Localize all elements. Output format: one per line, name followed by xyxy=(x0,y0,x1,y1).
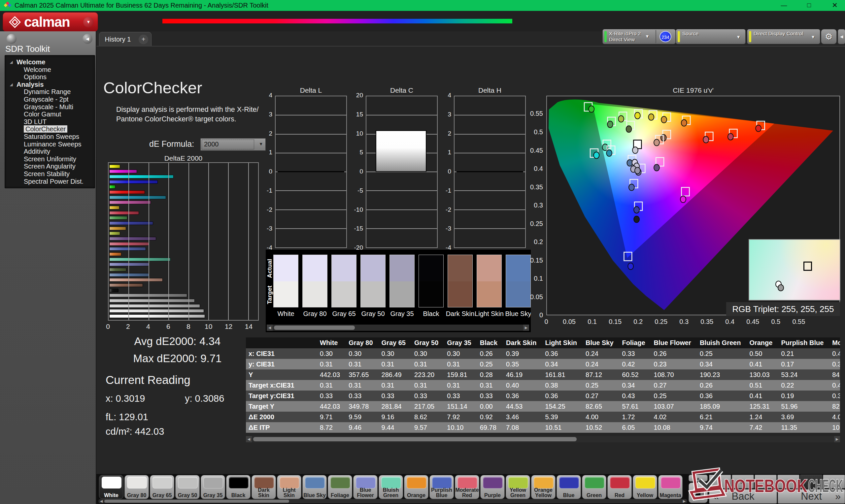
patch-tile-white[interactable]: White xyxy=(99,475,123,499)
scroll-right-icon[interactable]: ▶ xyxy=(834,436,840,442)
patch-tile-yellow-green[interactable]: Yellow Green xyxy=(506,475,530,499)
gridline xyxy=(276,190,346,191)
patch-tile-dark-skin[interactable]: Dark Skin xyxy=(251,475,276,499)
close-icon[interactable]: ✕ xyxy=(829,0,840,10)
patch-tile-blue-flower[interactable]: Blue Flower xyxy=(353,475,377,499)
patch-scrollbar[interactable]: ◀ ▶ xyxy=(99,499,687,503)
add-tab-button[interactable]: + xyxy=(136,32,152,47)
scroll-left-icon[interactable]: ◀ xyxy=(99,499,104,503)
scrollbar-thumb[interactable] xyxy=(274,326,355,330)
maximize-icon[interactable]: □ xyxy=(804,0,815,10)
display-pattern-button[interactable]: ■ xyxy=(709,475,731,488)
scrollbar-thumb[interactable] xyxy=(104,500,289,503)
chevron-down-icon[interactable]: ▼ xyxy=(811,34,815,40)
scroll-left-icon[interactable]: ◀ xyxy=(246,436,252,442)
sidebar-item-saturation-sweeps[interactable]: Saturation Sweeps xyxy=(5,133,95,141)
patch-tile-foliage[interactable]: Foliage xyxy=(328,475,352,499)
refresh-button[interactable]: ↻ xyxy=(800,475,822,488)
de2000-bar-dark-skin xyxy=(109,283,143,287)
meter-dropdown[interactable]: X-Rite i1Pro 2 Direct View ▼ 234 xyxy=(602,29,676,44)
sidebar-item-dynamic-range[interactable]: Dynamic Range xyxy=(5,88,95,96)
collapse-up-icon[interactable]: ▲ xyxy=(689,475,708,482)
table-cell: 0.34 xyxy=(542,359,583,370)
tree-expander-icon[interactable]: ◢ xyxy=(10,81,13,88)
chevron-down-icon[interactable]: ▼ xyxy=(645,34,650,39)
sidebar-item-welcome[interactable]: ◢Welcome xyxy=(5,58,95,66)
scrollbar-thumb[interactable] xyxy=(253,437,577,441)
table-cell: 0.31 xyxy=(379,359,411,370)
panel-collapse-icon[interactable]: ◀ xyxy=(838,29,845,44)
table-row-e-itp: ΔE ITP8.729.469.449.5710.1069.787.0810.5… xyxy=(246,422,840,433)
sidebar-item-options[interactable]: Options xyxy=(5,73,95,81)
patch-tile-orange-yellow[interactable]: Orange Yellow xyxy=(531,475,556,499)
patch-tile-black[interactable]: Black xyxy=(226,475,250,499)
play-button[interactable]: ▶ xyxy=(732,475,754,488)
sidebar-item-luminance-sweeps[interactable]: Luminance Sweeps xyxy=(5,141,95,148)
patch-tile-yellow[interactable]: Yellow xyxy=(633,475,657,499)
patch-tile-gray-65[interactable]: Gray 65 xyxy=(150,475,174,499)
patch-tile-blue-sky[interactable]: Blue Sky xyxy=(302,475,327,499)
patch-tile-green[interactable]: Green xyxy=(582,475,606,499)
patch-tile-gray-35[interactable]: Gray 35 xyxy=(201,475,225,499)
inset-measured-marker xyxy=(778,284,784,291)
display-control-dropdown[interactable]: Direct Display Control ▼ xyxy=(747,29,820,44)
patch-tile-gray-80[interactable]: Gray 80 xyxy=(124,475,149,499)
record-button[interactable]: ○ xyxy=(823,475,845,488)
sidebar-item-screen-stability[interactable]: Screen Stability xyxy=(5,170,95,178)
sidebar-item-label: ColorChecker xyxy=(24,125,67,132)
sidebar-item-analysis[interactable]: ◢Analysis xyxy=(5,81,95,88)
scroll-right-icon[interactable]: ▶ xyxy=(523,325,529,331)
table-cell: 103.07 xyxy=(651,401,697,412)
target-swatch xyxy=(331,281,356,307)
sidebar-item-3d-lut[interactable]: 3D LUT xyxy=(5,118,95,126)
patch-tile-magenta[interactable]: Magenta xyxy=(658,475,683,499)
calman-logo-button[interactable]: calman ▼ xyxy=(3,12,98,32)
sidebar-item-grayscale-multi[interactable]: Grayscale - Multi xyxy=(5,103,95,111)
patch-tile-red[interactable]: Red xyxy=(608,475,632,499)
patch-tile-gray-50[interactable]: Gray 50 xyxy=(175,475,200,499)
tree-expander-icon[interactable]: ◢ xyxy=(10,58,13,66)
sidebar-item-label: Grayscale - Multi xyxy=(24,103,73,110)
chevron-down-icon[interactable]: ▼ xyxy=(736,34,741,40)
tab-history-1[interactable]: History 1 xyxy=(99,32,137,47)
minimize-icon[interactable]: — xyxy=(778,0,790,10)
sidebar-item-additivity[interactable]: Additivity xyxy=(5,148,95,155)
plus-icon[interactable]: + xyxy=(139,35,148,44)
patch-tile-moderate-red[interactable]: Moderate Red xyxy=(455,475,479,499)
patch-tile-light-skin[interactable]: Light Skin xyxy=(277,475,301,499)
pause-button[interactable]: ‖ xyxy=(755,475,777,488)
meter-count-badge[interactable]: 234 xyxy=(659,31,671,42)
sidebar-item-screen-uniformity[interactable]: Screen Uniformity xyxy=(5,155,95,163)
sidebar-item-grayscale-2pt[interactable]: Grayscale - 2pt xyxy=(5,96,95,103)
sidebar-collapse-icon[interactable]: ◀ xyxy=(83,34,92,44)
compare-scrollbar[interactable]: ◀ ▶ xyxy=(267,325,529,331)
source-dropdown[interactable]: Source ▼ xyxy=(676,29,746,44)
table-cell: 0.30 xyxy=(829,359,840,370)
gear-icon[interactable]: ⚙ xyxy=(821,29,837,44)
table-scrollbar[interactable]: ◀ ▶ xyxy=(246,436,840,442)
sidebar-item-color-gamut[interactable]: Color Gamut xyxy=(5,110,95,118)
patch-tile-orange[interactable]: Orange xyxy=(404,475,428,499)
sidebar-item-spectral-power-dist[interactable]: Spectral Power Dist. xyxy=(5,178,95,185)
actual-swatch xyxy=(360,255,386,281)
back-button[interactable]: « Back xyxy=(709,489,777,504)
sidebar-item-screen-angularity[interactable]: Screen Angularity xyxy=(5,163,95,170)
next-button[interactable]: Next » xyxy=(778,489,845,504)
table-row-e-2000: ΔE 20009.719.599.168.627.920.923.465.394… xyxy=(246,412,840,422)
scroll-left-icon[interactable]: ◀ xyxy=(267,325,272,331)
stop-button[interactable] xyxy=(689,483,708,503)
logo-dropdown-icon[interactable]: ▼ xyxy=(83,17,94,28)
sidebar-item-welcome[interactable]: Welcome xyxy=(5,66,95,74)
loop-button[interactable]: ∞ xyxy=(777,475,799,488)
sidebar-item-colorchecker[interactable]: ColorChecker xyxy=(5,125,95,133)
sidebar-status-ball-icon[interactable] xyxy=(6,34,17,44)
axis-tick-label: -3 xyxy=(259,225,272,232)
scroll-right-icon[interactable]: ▶ xyxy=(681,499,687,503)
patch-tile-purple[interactable]: Purple xyxy=(480,475,505,499)
axis-tick-label: 0.1 xyxy=(587,318,597,326)
patch-tile-bluish-green[interactable]: Bluish Green xyxy=(379,475,403,499)
patch-tile-blue[interactable]: Blue xyxy=(557,475,581,499)
patch-tile-purplish-blue[interactable]: Purplish Blue xyxy=(429,475,454,499)
table-cell: 0.25 xyxy=(477,359,504,370)
de-formula-dropdown[interactable]: 2000 ▼ xyxy=(200,138,266,151)
